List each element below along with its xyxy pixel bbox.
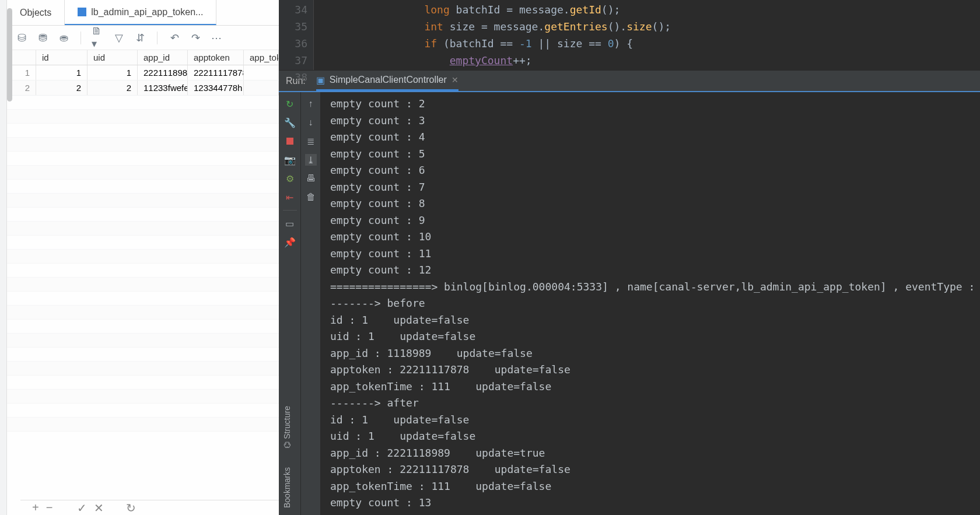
grid-header: id uid app_id apptoken app_tok [7,50,279,65]
apply-icon[interactable]: ✓ [77,501,87,515]
table-row[interactable]: 2 2 2 11233fwefe 123344778h [7,80,279,96]
table-row[interactable]: 1 1 1 2221118989 22211117878 [7,65,279,80]
db-panel: Objects lb_admin_api_app_token... ⛁ ⛃ ⛂ … [0,0,279,515]
begin-icon[interactable]: ⛁ [15,31,28,44]
layout-icon[interactable]: ▭ [284,218,296,229]
col-id[interactable]: id [36,50,88,65]
close-icon[interactable]: ✕ [452,75,459,85]
up-icon[interactable]: ↑ [305,98,317,110]
scroll-end-icon[interactable]: ⤓ [305,154,317,166]
print-icon[interactable]: 🖶 [305,173,317,184]
camera-icon[interactable]: 📷 [284,154,296,166]
rerun-icon[interactable]: ↻ [284,98,296,110]
add-row-icon[interactable]: + [32,501,39,514]
stop-icon[interactable] [284,135,296,147]
code-editor[interactable]: 34 35 36 37 38 long batchId = message.ge… [279,0,980,70]
remove-row-icon[interactable]: − [46,501,53,514]
scrollbar-thumb[interactable] [7,8,12,101]
filter-icon[interactable]: ▽ [113,31,125,44]
run-body: ↻ 🔧 📷 ⚙ ⇤ ▭ 📌 ↑ ↓ ≣ ⤓ 🖶 🗑 empty count : … [279,92,980,515]
more-icon[interactable]: ⋯ [210,31,223,44]
tab-objects[interactable]: Objects [7,0,65,25]
col-apptoken[interactable]: apptoken [188,50,244,65]
bug-icon[interactable]: ⚙ [284,173,296,184]
table-icon [78,8,86,16]
code-content: long batchId = message.getId(); int size… [314,0,980,70]
rollback-icon[interactable]: ⛂ [57,31,70,44]
import-icon[interactable]: ↶ [168,31,181,44]
db-bottom-bar: + − ✓ ✕ ↻ [20,500,279,515]
app-icon: ▣ [316,75,325,86]
run-toolwindow-header: Run: ▣ SimpleCanalClientController ✕ [279,70,980,92]
page-icon[interactable]: 🗎▾ [92,31,104,44]
wrench-icon[interactable]: 🔧 [284,117,296,128]
col-app-id[interactable]: app_id [138,50,188,65]
tab-label: Objects [20,8,51,18]
col-uid[interactable]: uid [88,50,138,65]
sort-icon[interactable]: ⇵ [134,31,146,44]
db-left-gutter [0,0,7,515]
commit-icon[interactable]: ⛃ [36,31,49,44]
sidetab-structure[interactable]: ⌬ Structure [281,402,293,452]
data-grid: id uid app_id apptoken app_tok 1 1 1 222… [7,50,279,515]
tab-label: lb_admin_api_app_token... [91,7,203,17]
export-icon[interactable]: ↷ [189,31,202,44]
sidetab-bookmarks[interactable]: Bookmarks [281,464,293,512]
cancel-icon[interactable]: ✕ [94,501,104,515]
exit-icon[interactable]: ⇤ [284,191,296,203]
console-actions-col: ↑ ↓ ≣ ⤓ 🖶 🗑 [301,92,321,515]
col-app-tok[interactable]: app_tok [244,50,279,65]
down-icon[interactable]: ↓ [305,117,317,128]
run-config-tab[interactable]: ▣ SimpleCanalClientController ✕ [316,71,459,91]
clear-icon[interactable]: 🗑 [305,191,317,203]
db-tabs: Objects lb_admin_api_app_token... [7,0,279,26]
refresh-icon[interactable]: ↻ [126,501,136,515]
line-numbers: 34 35 36 37 38 [279,0,314,70]
console-output[interactable]: empty count : 2 empty count : 3 empty co… [321,92,980,515]
db-toolbar: ⛁ ⛃ ⛂ 🗎▾ ▽ ⇵ ↶ ↷ ⋯ [7,26,279,50]
pin-icon[interactable]: 📌 [284,236,296,248]
soft-wrap-icon[interactable]: ≣ [305,135,317,147]
ide-panel: ⌬ Structure Bookmarks 34 35 36 37 38 lon… [279,0,980,515]
tab-active-table[interactable]: lb_admin_api_app_token... [65,0,216,25]
